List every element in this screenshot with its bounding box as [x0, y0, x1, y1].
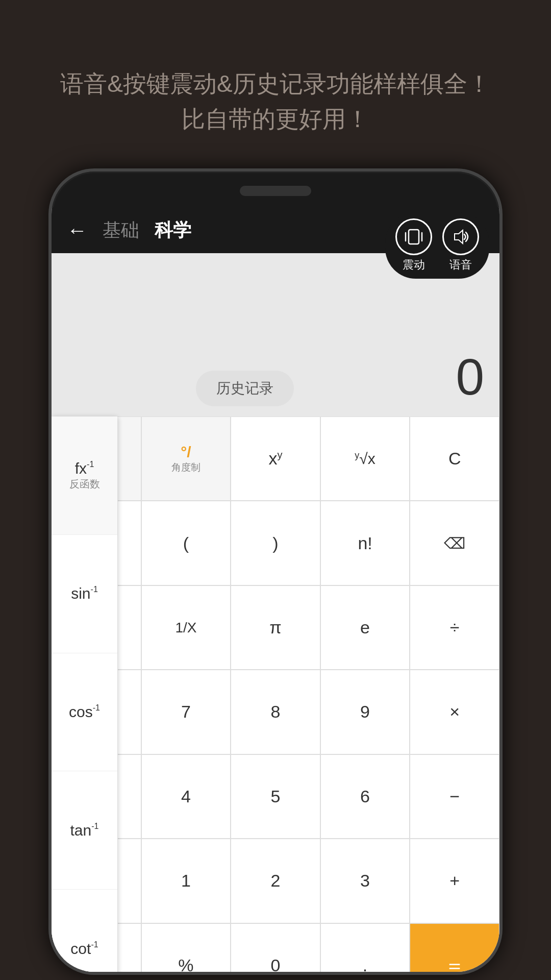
- btn-1[interactable]: 1: [141, 839, 231, 923]
- promo-text-block: 语音&按键震动&历史记录功能样样俱全！ 比自带的更好用！: [0, 66, 551, 137]
- keyboard-section: fx -1 反函数 sin -1 cos -1: [52, 416, 499, 975]
- btn-4[interactable]: 4: [141, 754, 231, 839]
- btn-pi[interactable]: π: [231, 585, 320, 670]
- inv-sin-main: sin: [71, 585, 90, 602]
- inv-fx-main: fx: [75, 460, 87, 477]
- svg-marker-3: [455, 230, 463, 243]
- btn-3[interactable]: 3: [320, 839, 410, 923]
- vibrate-setting[interactable]: 震动: [395, 218, 432, 273]
- promo-line2: 比自带的更好用！: [31, 102, 520, 137]
- vibrate-icon-circle: [395, 218, 432, 255]
- btn-subtract[interactable]: −: [410, 754, 499, 839]
- keyboard-row-5: cot 4 5 6 −: [52, 754, 499, 839]
- btn-euler[interactable]: e: [320, 585, 410, 670]
- inv-item-cos[interactable]: cos -1: [52, 653, 117, 772]
- btn-5[interactable]: 5: [231, 754, 320, 839]
- btn-clear[interactable]: C: [410, 416, 499, 501]
- inv-cos-super: -1: [93, 703, 100, 713]
- sound-icon-circle: [442, 218, 479, 255]
- header-bar: ← 基础 科学 震动: [52, 207, 499, 253]
- back-button[interactable]: ←: [67, 219, 87, 242]
- btn-open-paren[interactable]: (: [141, 501, 231, 585]
- btn-percent[interactable]: %: [141, 923, 231, 975]
- display-value: 0: [456, 348, 484, 406]
- btn-2[interactable]: 2: [231, 839, 320, 923]
- phone-side-button: [500, 314, 503, 355]
- inv-cot-main: cot: [70, 940, 91, 958]
- tab-basic[interactable]: 基础: [103, 218, 139, 243]
- btn-add[interactable]: +: [410, 839, 499, 923]
- btn-9[interactable]: 9: [320, 670, 410, 754]
- btn-divide[interactable]: ÷: [410, 585, 499, 670]
- phone-speaker: [240, 186, 311, 196]
- history-button[interactable]: 历史记录: [196, 371, 294, 406]
- btn-reciprocal[interactable]: 1/X: [141, 585, 231, 670]
- btn-power[interactable]: xy: [231, 416, 320, 501]
- inv-item-sin[interactable]: sin -1: [52, 535, 117, 653]
- inv-item-cot[interactable]: cot -1: [52, 890, 117, 975]
- phone-frame: ← 基础 科学 震动: [48, 168, 503, 975]
- keyboard-row-7: lg % 0 . ＝: [52, 923, 499, 975]
- keyboard-row-1: fx 函数 °/ 角度制 xy y√x C: [52, 416, 499, 501]
- btn-nthroot[interactable]: y√x: [320, 416, 410, 501]
- btn-decimal[interactable]: .: [320, 923, 410, 975]
- sound-label: 语音: [449, 257, 472, 273]
- svg-rect-0: [409, 230, 419, 244]
- keyboard-row-2: sin ( ) n! ⌫: [52, 501, 499, 585]
- btn-equals[interactable]: ＝: [410, 923, 499, 975]
- btn-7[interactable]: 7: [141, 670, 231, 754]
- inv-fx-sub: 反函数: [69, 477, 100, 491]
- btn-angle[interactable]: °/ 角度制: [141, 416, 231, 501]
- btn-backspace[interactable]: ⌫: [410, 501, 499, 585]
- keyboard-row-4: tan 7 8 9 ×: [52, 670, 499, 754]
- btn-0[interactable]: 0: [231, 923, 320, 975]
- btn-multiply[interactable]: ×: [410, 670, 499, 754]
- btn-factorial[interactable]: n!: [320, 501, 410, 585]
- inv-item-tan[interactable]: tan -1: [52, 771, 117, 890]
- settings-popup: 震动 语音: [385, 212, 489, 279]
- inv-cos-main: cos: [69, 703, 93, 721]
- sound-setting[interactable]: 语音: [442, 218, 479, 273]
- inv-cot-super: -1: [91, 940, 98, 949]
- keyboard-grid: fx 函数 °/ 角度制 xy y√x C: [52, 416, 499, 975]
- inverse-panel: fx -1 反函数 sin -1 cos -1: [52, 416, 118, 975]
- inv-sin-super: -1: [91, 585, 98, 594]
- btn-8[interactable]: 8: [231, 670, 320, 754]
- inv-item-fx[interactable]: fx -1 反函数: [52, 416, 117, 535]
- tab-science[interactable]: 科学: [155, 218, 191, 243]
- inv-tan-main: tan: [70, 822, 92, 839]
- promo-line1: 语音&按键震动&历史记录功能样样俱全！: [31, 66, 520, 102]
- keyboard-row-3: cos 1/X π e ÷: [52, 585, 499, 670]
- vibrate-label: 震动: [403, 257, 425, 273]
- btn-close-paren[interactable]: ): [231, 501, 320, 585]
- inv-tan-super: -1: [91, 822, 98, 831]
- inv-fx-super: -1: [87, 460, 94, 469]
- keyboard-row-6: ln 1 2 3 +: [52, 839, 499, 923]
- btn-6[interactable]: 6: [320, 754, 410, 839]
